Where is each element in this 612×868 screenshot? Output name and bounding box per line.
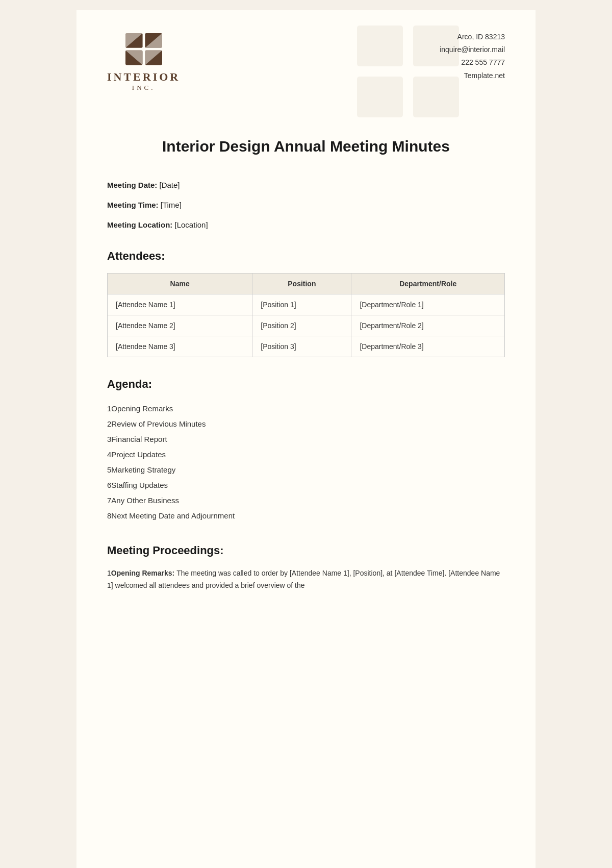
meeting-location-value: [Location] — [175, 220, 208, 229]
attendee-name-2: [Attendee Name 2] — [108, 315, 252, 336]
attendee-name-1: [Attendee Name 1] — [108, 294, 252, 315]
attendee-name-3: [Attendee Name 3] — [108, 336, 252, 357]
company-website: Template.net — [440, 69, 505, 82]
agenda-number: 1 — [107, 404, 111, 413]
logo-name: INTERIOR — [107, 70, 180, 84]
agenda-number: 2 — [107, 419, 111, 428]
logo-subname: INC. — [132, 84, 156, 92]
meeting-location-row: Meeting Location: [Location] — [107, 220, 505, 229]
page: INTERIOR INC. Arco, ID 83213 inquire@int… — [76, 10, 536, 868]
meeting-time-value: [Time] — [161, 201, 182, 209]
agenda-item-8: 8Next Meeting Date and Adjournment — [107, 508, 505, 524]
attendees-table: Name Position Department/Role [Attendee … — [107, 273, 505, 357]
attendee-department-2: [Department/Role 2] — [351, 315, 505, 336]
agenda-number: 4 — [107, 450, 111, 459]
table-row: [Attendee Name 3] [Position 3] [Departme… — [108, 336, 505, 357]
agenda-number: 7 — [107, 496, 111, 505]
meeting-date-value: [Date] — [160, 181, 180, 189]
agenda-number: 8 — [107, 511, 111, 520]
proceedings-item-number: 1 — [107, 569, 111, 577]
agenda-heading: Agenda: — [107, 378, 505, 391]
attendees-heading: Attendees: — [107, 250, 505, 263]
contact-info: Arco, ID 83213 inquire@interior.mail 222… — [440, 31, 505, 82]
table-row: [Attendee Name 1] [Position 1] [Departme… — [108, 294, 505, 315]
header: INTERIOR INC. Arco, ID 83213 inquire@int… — [76, 10, 536, 102]
meeting-date-label: Meeting Date: — [107, 181, 157, 189]
agenda-item-1: 1Opening Remarks — [107, 401, 505, 416]
proceedings-heading: Meeting Proceedings: — [107, 544, 505, 557]
meeting-time-label: Meeting Time: — [107, 201, 159, 209]
col-name: Name — [108, 274, 252, 294]
meeting-time-row: Meeting Time: [Time] — [107, 201, 505, 209]
table-header-row: Name Position Department/Role — [108, 274, 505, 294]
attendee-position-1: [Position 1] — [252, 294, 351, 315]
proceedings-text: 1Opening Remarks: The meeting was called… — [107, 567, 505, 592]
agenda-item-2: 2Review of Previous Minutes — [107, 416, 505, 432]
agenda-number: 6 — [107, 481, 111, 489]
company-address: Arco, ID 83213 — [440, 31, 505, 43]
agenda-number: 3 — [107, 435, 111, 443]
meeting-location-label: Meeting Location: — [107, 220, 172, 229]
agenda-item-5: 5Marketing Strategy — [107, 462, 505, 478]
agenda-item-7: 7Any Other Business — [107, 493, 505, 508]
agenda-item-6: 6Staffing Updates — [107, 478, 505, 493]
col-department: Department/Role — [351, 274, 505, 294]
agenda-item-3: 3Financial Report — [107, 432, 505, 447]
col-position: Position — [252, 274, 351, 294]
attendee-position-2: [Position 2] — [252, 315, 351, 336]
document-title: Interior Design Annual Meeting Minutes — [107, 138, 505, 155]
proceedings-item-label: Opening Remarks: — [111, 569, 176, 577]
agenda-number: 5 — [107, 465, 111, 474]
agenda-item-4: 4Project Updates — [107, 447, 505, 462]
logo-section: INTERIOR INC. — [107, 31, 180, 92]
meeting-date-row: Meeting Date: [Date] — [107, 181, 505, 189]
table-row: [Attendee Name 2] [Position 2] [Departme… — [108, 315, 505, 336]
main-content: Interior Design Annual Meeting Minutes M… — [76, 102, 536, 623]
attendee-department-3: [Department/Role 3] — [351, 336, 505, 357]
attendee-position-3: [Position 3] — [252, 336, 351, 357]
logo-icon — [123, 31, 164, 66]
agenda-list: 1Opening Remarks2Review of Previous Minu… — [107, 401, 505, 524]
company-email: inquire@interior.mail — [440, 43, 505, 56]
attendee-department-1: [Department/Role 1] — [351, 294, 505, 315]
company-phone: 222 555 7777 — [440, 56, 505, 69]
